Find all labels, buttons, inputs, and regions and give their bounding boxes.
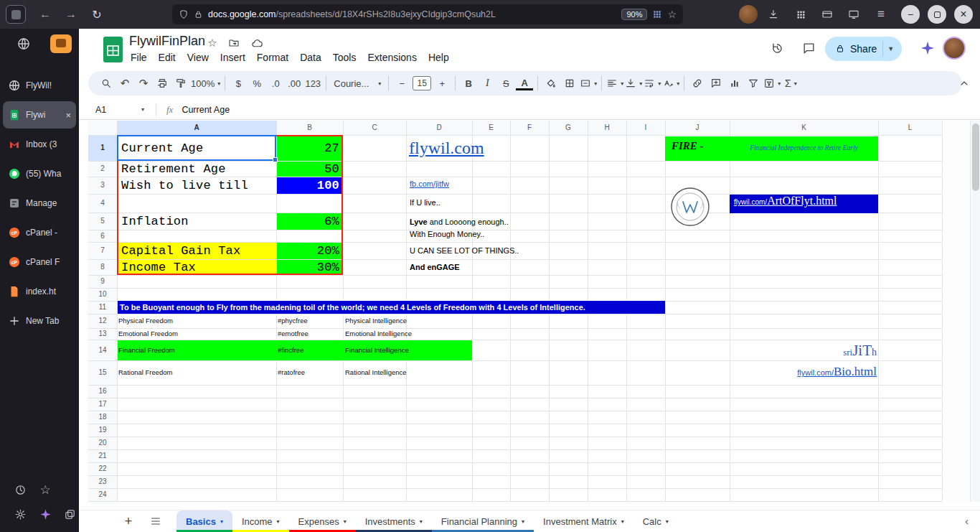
- column-header-B[interactable]: B: [276, 121, 343, 135]
- fill-color-button[interactable]: [542, 75, 560, 92]
- row-header-13[interactable]: 13: [88, 328, 117, 340]
- cell-D5[interactable]: Lyve and Loooong enough..: [410, 218, 509, 226]
- forward-button[interactable]: →: [62, 5, 80, 24]
- cell-C12[interactable]: Physical Intelligence: [345, 314, 471, 328]
- sheet-tab-menu-icon[interactable]: ▾: [522, 518, 524, 525]
- scroll-tabs-left-icon[interactable]: ‹: [965, 515, 969, 527]
- cell-A12[interactable]: Physical Freedom: [118, 314, 269, 328]
- row-header-1[interactable]: 1: [88, 135, 117, 161]
- sidebar-tab-manage[interactable]: Manage: [3, 190, 76, 217]
- strikethrough-button[interactable]: S: [497, 75, 514, 92]
- cell-K1[interactable]: Financial Independence to Retire Early: [731, 144, 877, 151]
- row-header-11[interactable]: 11: [88, 301, 117, 314]
- sheet-tab-expenses[interactable]: Expenses▾: [289, 510, 356, 532]
- increase-font-size-button[interactable]: +: [433, 75, 451, 92]
- monitor-icon[interactable]: [845, 6, 862, 22]
- sheets-logo-icon[interactable]: [103, 37, 123, 62]
- profile-avatar[interactable]: [943, 37, 966, 60]
- create-filter-button[interactable]: [745, 75, 762, 92]
- cell-A3[interactable]: Wish to live till: [118, 177, 276, 194]
- cell-K15-link[interactable]: flywil.com/Bio.html: [730, 365, 877, 379]
- cell-B8[interactable]: 30%: [277, 260, 343, 275]
- cell-A7[interactable]: Capital Gain Tax: [118, 243, 276, 259]
- borders-button[interactable]: [561, 75, 578, 92]
- scrollbar-thumb[interactable]: [972, 123, 979, 191]
- move-folder-icon[interactable]: [227, 36, 241, 50]
- row-header-10[interactable]: 10: [88, 288, 117, 301]
- menu-insert[interactable]: Insert: [215, 50, 251, 65]
- cell-K14-signature[interactable]: sriJiTh: [730, 342, 877, 360]
- cell-C15[interactable]: Rational Intelligence: [345, 360, 471, 385]
- search-icon[interactable]: [98, 75, 115, 92]
- format-currency-button[interactable]: $: [230, 75, 247, 92]
- cell-banner-row11[interactable]: To be Buoyant enough to Fly from the mad…: [118, 301, 665, 314]
- cell-B13[interactable]: #emotfree: [278, 328, 341, 340]
- horizontal-align-button[interactable]: ▾: [606, 75, 623, 92]
- sidebar-tab-cpanel-f[interactable]: cPcPanel F: [3, 248, 76, 276]
- font-size-input[interactable]: 15: [413, 76, 431, 90]
- sheet-tab-calc[interactable]: Calc▾: [633, 510, 678, 532]
- lock-icon[interactable]: [194, 10, 203, 19]
- sidebar-tab-inbox-3[interactable]: Inbox (3: [3, 131, 76, 158]
- sheet-tab-menu-icon[interactable]: ▾: [621, 518, 624, 525]
- cell-A2[interactable]: Retirement Age: [118, 162, 276, 177]
- zoom-indicator[interactable]: 90%: [621, 9, 647, 20]
- cell-B12[interactable]: #phycfree: [278, 314, 341, 328]
- close-window-button[interactable]: ×: [954, 5, 973, 24]
- column-header-D[interactable]: D: [406, 121, 472, 135]
- menu-view[interactable]: View: [182, 50, 215, 65]
- sheet-tab-menu-icon[interactable]: ▾: [277, 518, 280, 525]
- bookmark-star-icon[interactable]: ☆: [667, 9, 677, 20]
- paint-format-button[interactable]: [172, 75, 189, 92]
- more-formats-button[interactable]: 123: [304, 75, 321, 92]
- vertical-align-button[interactable]: ▾: [625, 75, 642, 92]
- all-sheets-button[interactable]: [146, 512, 165, 531]
- container-grid-icon[interactable]: [652, 9, 662, 19]
- sheet-tab-financial-planning[interactable]: Financial Planning▾: [432, 510, 534, 532]
- cell-D4[interactable]: If U live..: [410, 198, 440, 207]
- browser-profile-avatar[interactable]: [739, 5, 758, 24]
- text-wrap-button[interactable]: ▾: [644, 75, 661, 92]
- cell-B7[interactable]: 20%: [277, 243, 343, 259]
- downloads-icon[interactable]: [765, 6, 782, 22]
- sidebar-tab-new-tab[interactable]: New Tab: [3, 307, 76, 335]
- collapse-toolbar-icon[interactable]: [958, 78, 970, 89]
- sheet-tab-menu-icon[interactable]: ▾: [220, 518, 223, 525]
- undo-button[interactable]: ↶: [116, 75, 133, 92]
- column-header-L[interactable]: L: [878, 121, 942, 135]
- row-header-5[interactable]: 5: [88, 213, 117, 230]
- shield-icon[interactable]: [179, 9, 189, 19]
- menu-file[interactable]: File: [125, 50, 153, 65]
- column-header-J[interactable]: J: [665, 121, 730, 135]
- functions-button[interactable]: Σ▾: [782, 75, 799, 92]
- sheet-tab-investments[interactable]: Investments▾: [356, 510, 432, 532]
- vertical-scrollbar[interactable]: [970, 121, 980, 502]
- spreadsheet-grid[interactable]: ABCDEFGHIJKL1234567891011121314151617181…: [88, 121, 970, 502]
- cell-A8[interactable]: Income Tax: [118, 260, 276, 275]
- sheet-tab-menu-icon[interactable]: ▾: [344, 518, 347, 525]
- column-header-A[interactable]: A: [117, 121, 276, 135]
- tab-stack-icon[interactable]: [60, 504, 80, 524]
- sidebar-tab-55-wha[interactable]: (55) Wha: [3, 160, 76, 187]
- column-header-F[interactable]: F: [510, 121, 549, 135]
- decrease-decimals-button[interactable]: .0: [267, 75, 284, 92]
- print-button[interactable]: [154, 75, 171, 92]
- font-select[interactable]: Courie...▾: [331, 75, 384, 92]
- row-header-3[interactable]: 3: [88, 177, 117, 194]
- sheet-tab-investment-matrix[interactable]: Investment Matrix▾: [534, 510, 633, 532]
- bold-button[interactable]: B: [460, 75, 477, 92]
- insert-comment-button[interactable]: [707, 75, 725, 92]
- row-header-2[interactable]: 2: [88, 161, 117, 177]
- cell-D1-link[interactable]: flywil.com: [409, 139, 484, 158]
- sidebar-tab-flywi[interactable]: Flywi×: [3, 101, 76, 129]
- column-header-K[interactable]: K: [730, 121, 878, 135]
- cell-B3[interactable]: 100: [277, 177, 343, 194]
- sidebar-tab-cpanel[interactable]: cPcPanel -: [3, 219, 76, 246]
- cell-D3-link[interactable]: fb.com/jitfw: [410, 179, 449, 188]
- name-box[interactable]: A1▾: [88, 105, 151, 115]
- close-tab-icon[interactable]: ×: [65, 110, 71, 121]
- row-header-23[interactable]: 23: [88, 475, 117, 488]
- cell-D6[interactable]: With Enough Money..: [410, 230, 484, 238]
- cell-B1[interactable]: 27: [277, 136, 343, 161]
- row-header-6[interactable]: 6: [88, 230, 117, 242]
